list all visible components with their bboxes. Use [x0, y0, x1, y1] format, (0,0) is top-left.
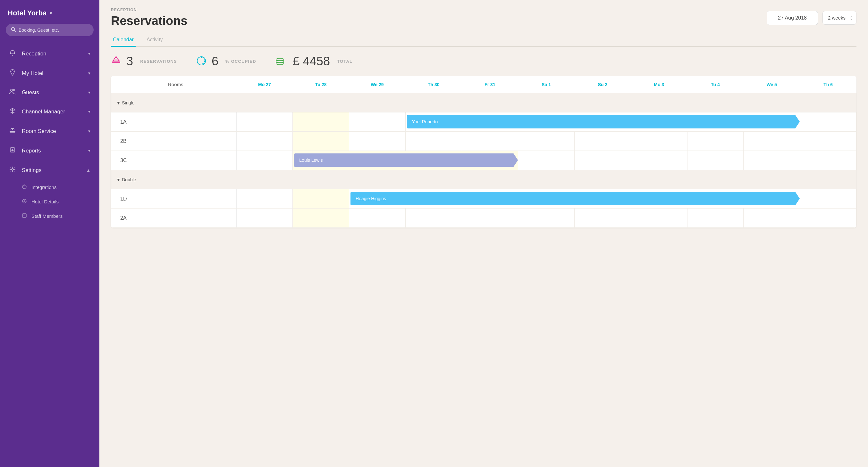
calendar-cell[interactable] [744, 132, 800, 151]
calendar-cell[interactable] [631, 132, 687, 151]
calendar-cell[interactable] [293, 208, 349, 228]
channel-icon [9, 108, 16, 115]
svg-point-15 [116, 57, 117, 58]
room-name-cell: 2B [111, 132, 237, 151]
calendar-cell[interactable] [518, 132, 575, 151]
sidebar-item-channel-manager[interactable]: Channel Manager ▾ [0, 102, 99, 122]
room-name-cell: 3C [111, 151, 237, 170]
calendar-cell[interactable] [405, 132, 462, 151]
calendar-cell[interactable] [293, 132, 349, 151]
svg-rect-13 [112, 61, 120, 62]
col-mo3: Mo 3 [631, 76, 687, 93]
col-mo27: Mo 27 [236, 76, 293, 93]
sidebar-item-my-hotel[interactable]: My Hotel ▾ [0, 63, 99, 83]
sidebar-label-guests: Guests [22, 89, 39, 96]
sidebar-label-room-service: Room Service [22, 128, 56, 135]
date-picker[interactable]: 27 Aug 2018 [767, 11, 818, 25]
calendar-cell[interactable] [462, 132, 518, 151]
sidebar-label-reception: Reception [22, 51, 46, 57]
stat-occupied: 6 % OCCUPIED [196, 55, 256, 68]
room-name-cell: 1D [111, 189, 237, 208]
header-controls: 27 Aug 2018 1 week 2 weeks 3 weeks 4 wee… [767, 11, 857, 25]
occupied-percent: 6 [212, 55, 218, 68]
svg-point-4 [12, 71, 13, 72]
calendar-cell[interactable] [800, 132, 857, 151]
booking-bar[interactable]: Hoagie Higgins [350, 192, 800, 205]
calendar-cell[interactable] [236, 112, 293, 132]
bell-icon [9, 49, 16, 58]
week-select-wrapper: 1 week 2 weeks 3 weeks 4 weeks [823, 11, 857, 25]
sidebar-item-guests[interactable]: Guests ▾ [0, 83, 99, 102]
calendar-cell[interactable] [800, 112, 857, 132]
sidebar-item-reports[interactable]: Reports ▾ [0, 141, 99, 161]
calendar-cell[interactable] [744, 208, 800, 228]
integrations-icon [22, 184, 27, 190]
hotel-chevron-icon: ▾ [50, 10, 52, 16]
search-box[interactable]: Booking, Guest, etc. [6, 24, 94, 36]
calendar-cell[interactable]: Hoagie Higgins [349, 189, 800, 208]
calendar-cell[interactable] [349, 112, 406, 132]
col-th6: Th 6 [800, 76, 857, 93]
calendar-cell[interactable] [687, 132, 744, 151]
calendar-cell[interactable] [800, 151, 857, 170]
sidebar-item-room-service[interactable]: Room Service ▾ [0, 122, 99, 141]
table-row: 1DHoagie Higgins [111, 189, 857, 208]
calendar-cell[interactable] [575, 151, 631, 170]
calendar-cell[interactable] [236, 208, 293, 228]
table-row: 3CLouis Lewis [111, 151, 857, 170]
svg-rect-7 [10, 131, 15, 132]
calendar-cell[interactable] [462, 208, 518, 228]
col-su2: Su 2 [575, 76, 631, 93]
table-row: 2B [111, 132, 857, 151]
sidebar-item-staff-members[interactable]: Staff Members [0, 209, 99, 223]
svg-line-1 [14, 30, 16, 32]
stat-reservations: 3 RESERVATIONS [111, 55, 177, 68]
calendar-container: Rooms Mo 27 Tu 28 We 29 Th 30 Fr 31 Sa 1… [99, 76, 868, 467]
calendar-cell[interactable] [575, 132, 631, 151]
calendar-cell[interactable] [236, 151, 293, 170]
sidebar-item-reception[interactable]: Reception ▾ [0, 44, 99, 63]
calendar-cell[interactable] [518, 208, 575, 228]
hotel-selector[interactable]: Hotel Yorba ▾ [0, 0, 99, 24]
calendar-cell[interactable] [687, 151, 744, 170]
hotel-details-icon [22, 199, 27, 205]
booking-bar[interactable]: Louis Lewis [294, 154, 518, 167]
sidebar-item-hotel-details[interactable]: Hotel Details [0, 194, 99, 209]
calendar-cell[interactable] [405, 208, 462, 228]
calendar-cell[interactable] [744, 151, 800, 170]
page-header: RECEPTION Reservations 27 Aug 2018 1 wee… [99, 0, 868, 47]
calendar-cell[interactable] [236, 189, 293, 208]
guests-chevron-icon: ▾ [88, 90, 90, 95]
room-service-chevron-icon: ▾ [88, 129, 90, 134]
my-hotel-chevron-icon: ▾ [88, 71, 90, 76]
guests-icon [9, 89, 16, 96]
calendar-cell[interactable] [800, 208, 857, 228]
tabs: Calendar Activity [111, 34, 857, 47]
sidebar-item-integrations[interactable]: Integrations [0, 180, 99, 194]
tab-calendar[interactable]: Calendar [111, 34, 136, 47]
group-name: ▼ Single [111, 93, 857, 112]
calendar-cell[interactable] [631, 151, 687, 170]
calendar-cell[interactable]: Yoel Roberto [405, 112, 800, 132]
svg-point-5 [10, 89, 13, 92]
calendar-cell[interactable] [631, 208, 687, 228]
total-label: TOTAL [337, 59, 352, 64]
calendar-cell[interactable]: Louis Lewis [293, 151, 518, 170]
calendar-cell[interactable] [800, 189, 857, 208]
calendar-cell[interactable] [349, 208, 406, 228]
tab-activity[interactable]: Activity [145, 34, 165, 47]
calendar-cell[interactable] [687, 208, 744, 228]
col-we29: We 29 [349, 76, 406, 93]
sidebar-item-settings[interactable]: Settings ▲ [0, 161, 99, 180]
calendar-cell[interactable] [518, 151, 575, 170]
svg-rect-12 [23, 214, 26, 218]
reception-chevron-icon: ▾ [88, 51, 90, 56]
calendar-cell[interactable] [236, 132, 293, 151]
search-icon [11, 27, 16, 33]
week-select[interactable]: 1 week 2 weeks 3 weeks 4 weeks [823, 11, 857, 25]
calendar-cell[interactable] [575, 208, 631, 228]
calendar-cell[interactable] [293, 189, 349, 208]
calendar-cell[interactable] [349, 132, 406, 151]
calendar-cell[interactable] [293, 112, 349, 132]
booking-bar[interactable]: Yoel Roberto [407, 115, 800, 128]
